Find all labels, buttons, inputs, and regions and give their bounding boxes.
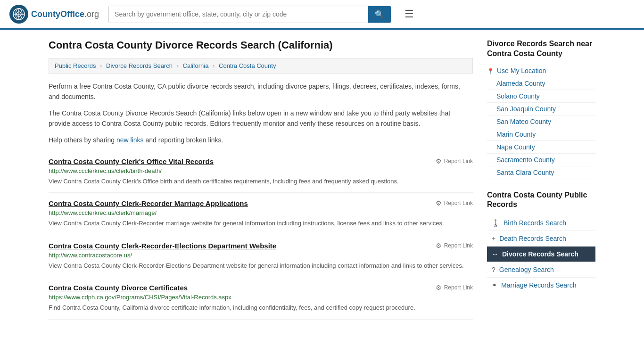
breadcrumb-divorce-records[interactable]: Divorce Records Search: [106, 62, 173, 69]
report-link-button[interactable]: ⚙ Report Link: [436, 284, 473, 291]
search-input[interactable]: [109, 6, 368, 23]
report-link-label: Report Link: [444, 200, 473, 206]
public-records-nav-item[interactable]: ?Genealogy Search: [487, 262, 595, 278]
nearby-link-item: Sacramento County: [487, 154, 595, 166]
breadcrumb-sep-1: ›: [100, 62, 102, 69]
page-title: Contra Costa County Divorce Records Sear…: [49, 39, 473, 51]
site-header: CountyOffice.org 🔍 ☰: [0, 0, 644, 30]
nearby-link[interactable]: Napa County: [496, 143, 535, 151]
public-records-nav-item[interactable]: +Death Records Search: [487, 231, 595, 247]
record-entry: Contra Costa County Divorce Certificates…: [49, 277, 473, 320]
public-records-links-list: 🚶Birth Records Search+Death Records Sear…: [487, 215, 595, 293]
nearby-link[interactable]: Alameda County: [496, 80, 545, 87]
nearby-icon: 📍: [487, 68, 494, 74]
report-link-label: Report Link: [444, 158, 473, 165]
report-icon: ⚙: [436, 157, 442, 165]
public-records-nav-label: Birth Records Search: [504, 219, 566, 227]
nearby-link[interactable]: Sacramento County: [496, 156, 555, 164]
report-icon: ⚙: [436, 199, 442, 207]
record-entry: Contra Costa County Clerk's Office Vital…: [49, 151, 473, 193]
public-records-nav-item[interactable]: ⚭Marriage Records Search: [487, 278, 595, 293]
public-records-nav-icon: 🚶: [492, 219, 500, 227]
public-records-nav-icon: +: [492, 235, 495, 242]
record-url: http://www.contracostacore.us/: [49, 252, 473, 259]
breadcrumb-contra-costa[interactable]: Contra Costa County: [219, 62, 276, 69]
report-link-button[interactable]: ⚙ Report Link: [436, 242, 473, 249]
breadcrumb-public-records[interactable]: Public Records: [55, 62, 96, 69]
report-icon: ⚙: [436, 242, 442, 249]
nearby-link[interactable]: San Joaquin County: [496, 105, 556, 113]
breadcrumb-california[interactable]: California: [183, 62, 209, 69]
public-records-nav-item[interactable]: 🚶Birth Records Search: [487, 215, 595, 231]
nearby-title: Divorce Records Search near Contra Costa…: [487, 39, 595, 59]
content-area: Contra Costa County Divorce Records Sear…: [49, 39, 473, 320]
report-link-button[interactable]: ⚙ Report Link: [436, 157, 473, 165]
nearby-link-item: Santa Clara County: [487, 166, 595, 179]
nearby-link-item: Marin County: [487, 128, 595, 141]
nearby-link-item: Solano County: [487, 90, 595, 103]
record-url: https://www.cdph.ca.gov/Programs/CHSI/Pa…: [49, 294, 473, 301]
public-records-nav-label: Divorce Records Search: [502, 250, 578, 258]
public-records-nav-icon: ?: [492, 266, 495, 273]
record-title-link[interactable]: Contra Costa County Clerk-Recorder Marri…: [49, 199, 248, 207]
public-records-nav-icon: ⚭: [492, 281, 497, 289]
description-para1: Perform a free Contra Costa County, CA p…: [49, 81, 473, 102]
public-records-nav-item[interactable]: ↔Divorce Records Search: [487, 247, 595, 262]
record-list: Contra Costa County Clerk's Office Vital…: [49, 151, 473, 320]
report-link-button[interactable]: ⚙ Report Link: [436, 199, 473, 207]
record-entry: Contra Costa County Clerk-Recorder Marri…: [49, 193, 473, 235]
logo-icon: [9, 5, 28, 24]
record-entry: Contra Costa County Clerk-Recorder-Elect…: [49, 235, 473, 278]
public-records-nav-label: Death Records Search: [499, 235, 566, 242]
public-records-section: Contra Costa County Public Records 🚶Birt…: [487, 190, 595, 294]
nearby-link[interactable]: Santa Clara County: [496, 169, 554, 176]
breadcrumb-sep-2: ›: [177, 62, 179, 69]
record-desc: View Contra Costa County Clerk-Recorder …: [49, 219, 473, 228]
logo-text: CountyOffice.org: [31, 9, 99, 19]
record-url: http://www.ccclerkrec.us/clerk/marriage/: [49, 209, 473, 216]
nearby-link-item: Alameda County: [487, 77, 595, 90]
report-link-label: Report Link: [444, 284, 473, 291]
record-url: http://www.ccclerkrec.us/clerk/birth-dea…: [49, 167, 473, 174]
breadcrumb-sep-3: ›: [213, 62, 215, 69]
nearby-link[interactable]: San Mateo County: [496, 118, 551, 125]
nearby-link[interactable]: Solano County: [496, 92, 540, 100]
public-records-nav-label: Marriage Records Search: [501, 281, 577, 289]
nearby-link[interactable]: Marin County: [496, 131, 536, 138]
report-link-label: Report Link: [444, 242, 473, 249]
nearby-link-item: San Mateo County: [487, 115, 595, 128]
search-button[interactable]: 🔍: [368, 6, 391, 23]
nearby-link-item: 📍Use My Location: [487, 65, 595, 77]
record-title-link[interactable]: Contra Costa County Clerk-Recorder-Elect…: [49, 242, 276, 250]
new-links-link[interactable]: new links: [116, 136, 144, 144]
record-desc: Find Contra Costa County, California div…: [49, 303, 473, 313]
description-para2: The Contra Costa County Divorce Records …: [49, 108, 473, 129]
breadcrumb: Public Records › Divorce Records Search …: [49, 58, 473, 74]
public-records-nav-icon: ↔: [492, 250, 498, 258]
nearby-links-list: 📍Use My LocationAlameda CountySolano Cou…: [487, 65, 595, 179]
public-records-nav-label: Genealogy Search: [499, 266, 554, 273]
search-bar: 🔍: [108, 6, 391, 23]
record-title-link[interactable]: Contra Costa County Divorce Certificates: [49, 284, 188, 292]
report-icon: ⚙: [436, 284, 442, 291]
record-desc: View Contra Costa County Clerk's Office …: [49, 177, 473, 186]
menu-button[interactable]: ☰: [401, 6, 418, 22]
main-container: Contra Costa County Divorce Records Sear…: [39, 30, 605, 329]
sidebar: Divorce Records Search near Contra Costa…: [487, 39, 595, 320]
nearby-link-item: Napa County: [487, 141, 595, 154]
record-desc: View Contra Costa County Clerk-Recorder-…: [49, 261, 473, 271]
nearby-link-item: San Joaquin County: [487, 103, 595, 115]
record-title-link[interactable]: Contra Costa County Clerk's Office Vital…: [49, 157, 214, 165]
nearby-section: Divorce Records Search near Contra Costa…: [487, 39, 595, 179]
logo-link[interactable]: CountyOffice.org: [9, 5, 99, 24]
description-para3: Help others by sharing new links and rep…: [49, 135, 473, 145]
nearby-link[interactable]: Use My Location: [497, 67, 546, 74]
public-records-title: Contra Costa County Public Records: [487, 190, 595, 210]
